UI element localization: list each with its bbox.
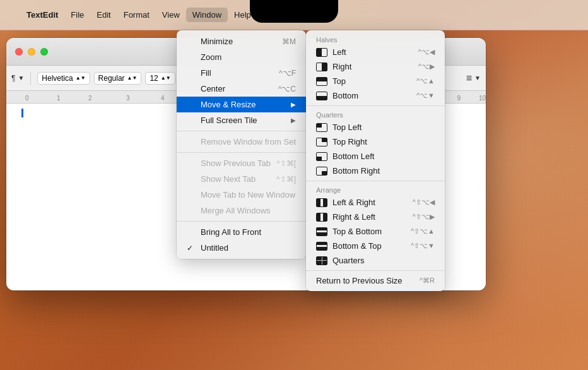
window-dropdown-menu: Minimize ⌘M Zoom Fill ^⌥F Center ^⌥C Mov… [177, 30, 306, 259]
submenu-item-top-right[interactable]: Top Right [306, 134, 445, 149]
font-family-select[interactable]: Helvetica ▲▼ [37, 72, 90, 85]
menu-item-move-resize[interactable]: Move & Resize ▶ [177, 97, 306, 112]
return-shortcut: ^⌘R [420, 277, 435, 285]
quarters-section-header: Quarters [306, 109, 445, 120]
list-icon-item: ≡ ▼ [466, 73, 481, 84]
list-chevron-icon: ▼ [474, 75, 481, 81]
submenu-sep-1 [306, 105, 445, 106]
top-bottom-icon [316, 227, 327, 236]
submenu-item-bottom-right[interactable]: Bottom Right [306, 164, 445, 178]
top-shortcut: ^⌥▲ [416, 77, 435, 85]
submenu-item-bottom[interactable]: Bottom ^⌥▼ [306, 88, 445, 103]
list-icon: ≡ [466, 73, 472, 84]
menu-item-merge-windows: Merge All Windows [177, 203, 306, 218]
menu-item-untitled[interactable]: ✓ Untitled [177, 240, 306, 256]
camera-notch [250, 0, 338, 23]
menu-item-move-tab: Move Tab to New Window [177, 187, 306, 203]
halves-section-header: Halves [306, 33, 445, 45]
left-right-icon [316, 198, 327, 207]
right-shortcut: ^⌥▶ [418, 63, 435, 71]
left-shortcut: ^⌥◀ [418, 48, 435, 56]
submenu-item-quarters[interactable]: Quarters [306, 253, 445, 268]
size-chevron-icon: ▲▼ [161, 75, 171, 81]
submenu-item-left[interactable]: Left ^⌥◀ [306, 45, 445, 59]
quarters-icon [316, 256, 327, 265]
top-right-icon [316, 138, 327, 146]
font-family-label: Helvetica [42, 74, 73, 83]
menu-item-show-prev-tab: Show Previous Tab ^⇧⌘[ [177, 155, 306, 171]
cursor [21, 109, 23, 117]
top-left-icon [316, 123, 327, 132]
font-style-select[interactable]: Regular ▲▼ [94, 72, 142, 85]
menu-item-full-screen[interactable]: Full Screen Tile ▶ [177, 112, 306, 128]
menu-item-minimize[interactable]: Minimize ⌘M [177, 33, 306, 49]
menu-item-bring-all[interactable]: Bring All to Front [177, 224, 306, 240]
chevron-down-icon: ▼ [18, 75, 24, 81]
minimize-button[interactable] [28, 48, 35, 56]
menu-separator-3 [177, 221, 306, 222]
menubar-item-view[interactable]: View [156, 8, 186, 22]
menubar-item-file[interactable]: File [64, 8, 90, 22]
menu-separator-1 [177, 131, 306, 131]
submenu-sep-2 [306, 181, 445, 181]
menu-separator-2 [177, 152, 306, 153]
menubar-item-window[interactable]: Window [186, 8, 228, 22]
submenu-item-top-left[interactable]: Top Left [306, 120, 445, 134]
move-resize-submenu: Halves Left ^⌥◀ Right ^⌥▶ Top ^⌥▲ Bottom… [306, 30, 445, 291]
font-style-label: Regular [98, 74, 125, 83]
menu-item-remove-window: Remove Window from Set [177, 134, 306, 150]
style-chevron-icon: ▲▼ [127, 75, 138, 81]
apple-menu-icon[interactable] [8, 13, 20, 18]
submenu-item-left-right[interactable]: Left & Right ^⇧⌥◀ [306, 195, 445, 210]
bottom-half-icon [316, 92, 327, 100]
right-left-icon [316, 213, 327, 222]
font-chevron-icon: ▲▼ [76, 75, 86, 81]
left-half-icon [316, 48, 327, 57]
submenu-sep-3 [306, 270, 445, 271]
menubar-item-format[interactable]: Format [117, 8, 156, 22]
submenu-item-return-previous[interactable]: Return to Previous Size ^⌘R [306, 273, 445, 288]
bottom-shortcut: ^⌥▼ [416, 92, 435, 100]
menubar-item-textedit[interactable]: TextEdit [20, 8, 64, 22]
submenu-item-top-bottom[interactable]: Top & Bottom ^⇧⌥▲ [306, 224, 445, 239]
arrange-section-header: Arrange [306, 184, 445, 195]
submenu-item-bottom-left[interactable]: Bottom Left [306, 149, 445, 164]
menu-item-zoom[interactable]: Zoom [177, 49, 306, 65]
format-icon-item: ¶ ▼ [11, 74, 24, 83]
submenu-item-right-left[interactable]: Right & Left ^⇧⌥▶ [306, 210, 445, 224]
left-right-shortcut: ^⇧⌥◀ [413, 198, 435, 206]
menu-item-fill[interactable]: Fill ^⌥F [177, 65, 306, 81]
paragraph-icon: ¶ [11, 74, 15, 83]
submenu-item-top[interactable]: Top ^⌥▲ [306, 74, 445, 88]
bottom-top-icon [316, 242, 327, 251]
top-half-icon [316, 77, 327, 86]
right-left-shortcut: ^⇧⌥▶ [413, 213, 435, 221]
menu-item-show-next-tab: Show Next Tab ^⇧⌘] [177, 171, 306, 187]
traffic-lights [15, 48, 48, 56]
font-size-label: 12 [150, 74, 158, 83]
maximize-button[interactable] [40, 48, 48, 56]
submenu-item-bottom-top[interactable]: Bottom & Top ^⇧⌥▼ [306, 239, 445, 253]
bottom-left-icon [316, 152, 327, 161]
menu-item-center[interactable]: Center ^⌥C [177, 81, 306, 97]
right-half-icon [316, 63, 327, 71]
bottom-top-shortcut: ^⇧⌥▼ [411, 242, 435, 250]
close-button[interactable] [15, 48, 23, 56]
submenu-item-right[interactable]: Right ^⌥▶ [306, 59, 445, 74]
menubar-item-edit[interactable]: Edit [90, 8, 117, 22]
font-size-select[interactable]: 12 ▲▼ [145, 72, 175, 85]
top-bottom-shortcut: ^⇧⌥▲ [411, 227, 435, 236]
bottom-right-icon [316, 167, 327, 176]
